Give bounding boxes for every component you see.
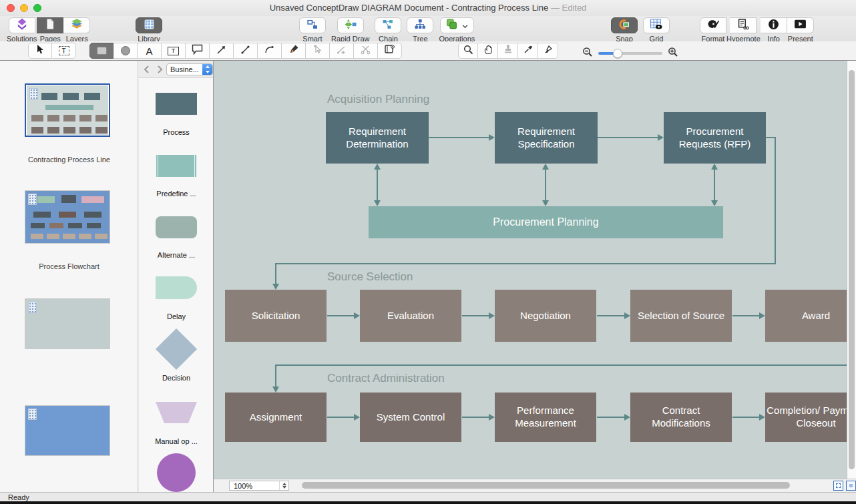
hypernote-button[interactable]: Hypernote <box>726 17 761 43</box>
operations-button[interactable]: Operations <box>439 17 475 43</box>
pen-icon <box>288 44 299 57</box>
flow-box-evaluation[interactable]: Evaluation <box>360 290 461 342</box>
library-shape-alternate-process[interactable] <box>156 216 197 238</box>
page-thumbnail-process-flowchart[interactable] <box>25 190 110 244</box>
pages-button[interactable]: Pages <box>37 17 63 43</box>
line-tool[interactable] <box>234 43 258 59</box>
flow-box-award[interactable]: Award <box>765 290 847 342</box>
horizontal-scrollbar-strip: 100% <box>214 479 856 492</box>
library-shape-delay[interactable] <box>156 276 197 299</box>
connector[interactable] <box>732 417 760 418</box>
pan-tool[interactable] <box>478 43 498 59</box>
connector[interactable] <box>429 137 489 138</box>
flow-box-requirement-determination[interactable]: Requirement Determination <box>326 112 429 164</box>
library-shape-process[interactable] <box>156 93 197 115</box>
drawing-canvas[interactable]: Acquisition Planning Source Selection Co… <box>214 61 847 479</box>
chain-button[interactable]: Chain <box>375 17 401 43</box>
window-bottom-edge <box>0 501 856 504</box>
curve-tool[interactable] <box>258 43 282 59</box>
page-thumbnail-3[interactable] <box>25 298 110 349</box>
arrow-tool[interactable] <box>210 43 234 59</box>
flow-box-performance-measurement[interactable]: Performance Measurement <box>495 393 596 442</box>
connector[interactable] <box>462 417 489 418</box>
rectangle-tool[interactable] <box>89 43 114 59</box>
ellipse-tool[interactable] <box>114 43 138 59</box>
callout-tool[interactable] <box>186 43 210 59</box>
connector-loop[interactable] <box>275 364 847 366</box>
library-prev-button[interactable] <box>142 64 152 75</box>
flow-box-contract-modifications[interactable]: Contract Modifications <box>630 393 732 442</box>
text-select-tool[interactable]: T <box>52 43 76 59</box>
library-shape-label: Manual op ... <box>139 437 214 445</box>
canvas-zoom-select[interactable]: 100% <box>229 481 289 491</box>
flow-box-negotiation[interactable]: Negotiation <box>495 290 596 342</box>
flow-box-procurement-requests-rfp[interactable]: Procurement Requests (RFP) <box>664 112 766 164</box>
flow-box-requirement-specification[interactable]: Requirement Specification <box>495 112 598 164</box>
zoom-slider-knob[interactable] <box>613 49 622 58</box>
pages-icon <box>45 18 55 33</box>
connector-loop[interactable] <box>275 263 776 264</box>
fit-page-button[interactable] <box>846 481 856 491</box>
library-header: Busine... <box>139 61 213 78</box>
format-button[interactable]: Format <box>700 17 726 43</box>
format-brush-tool[interactable] <box>538 43 558 59</box>
connector[interactable] <box>327 315 355 316</box>
grid-button[interactable]: Grid <box>643 17 670 43</box>
callout-icon <box>192 44 203 57</box>
connector[interactable] <box>597 315 625 316</box>
horizontal-scrollbar-thumb[interactable] <box>302 482 790 489</box>
flow-box-selection-of-source[interactable]: Selection of Source <box>630 290 732 342</box>
text-block-tool[interactable]: T <box>162 43 186 59</box>
node-edit-tool[interactable] <box>306 43 330 59</box>
flow-box-assignment[interactable]: Assignment <box>225 393 327 442</box>
connector-double-arrow[interactable] <box>377 168 378 202</box>
connector[interactable] <box>598 137 658 138</box>
zoom-out-icon[interactable] <box>582 47 593 60</box>
connector[interactable] <box>732 315 760 316</box>
present-button[interactable]: Present <box>787 17 814 43</box>
flow-box-completion-payment-closeout[interactable]: Completion/ Payment/ Closeout <box>765 393 847 442</box>
connector-double-arrow[interactable] <box>714 168 715 202</box>
flow-box-system-control[interactable]: System Control <box>360 393 461 442</box>
flow-bar-procurement-planning[interactable]: Procurement Planning <box>369 206 723 238</box>
library-shape-predefined-process[interactable] <box>156 155 197 177</box>
vertical-scrollbar[interactable] <box>847 61 856 479</box>
eyedropper-tool[interactable] <box>518 43 538 59</box>
zoom-tool[interactable] <box>458 43 478 59</box>
library-category-select[interactable]: Busine... <box>166 63 213 75</box>
select-tool[interactable] <box>28 43 52 59</box>
text-tool[interactable]: A <box>138 43 162 59</box>
info-button[interactable]: Info <box>761 17 787 43</box>
shape-data-tool[interactable] <box>378 43 402 59</box>
snap-button[interactable]: Snap <box>611 17 638 43</box>
library-shape-manual-operation[interactable] <box>156 402 197 423</box>
library-shape-connector-circle[interactable] <box>157 453 196 492</box>
solutions-button[interactable]: Solutions <box>7 17 37 43</box>
scissors-icon <box>361 45 371 57</box>
connector[interactable] <box>597 417 625 418</box>
zoom-in-icon[interactable] <box>668 47 678 60</box>
page-thumbnail-4[interactable] <box>25 405 110 456</box>
flow-box-solicitation[interactable]: Solicitation <box>225 290 327 342</box>
smart-button[interactable]: Smart <box>299 17 326 43</box>
page-thumbnail-contracting-process-line[interactable] <box>25 83 110 137</box>
connector-loop[interactable] <box>275 263 276 284</box>
connector-loop[interactable] <box>275 364 276 387</box>
pen-tool[interactable] <box>282 43 306 59</box>
connector-double-arrow[interactable] <box>545 168 546 202</box>
library-button[interactable]: Library <box>136 17 162 43</box>
vertical-scrollbar-thumb[interactable] <box>849 70 855 469</box>
add-anchor-tool[interactable] <box>330 43 354 59</box>
connector-loop[interactable] <box>775 137 776 264</box>
library-shape-decision[interactable] <box>156 328 197 370</box>
zoom-slider-track[interactable] <box>598 52 662 55</box>
tree-button[interactable]: Tree <box>407 17 433 43</box>
connector[interactable] <box>462 315 489 316</box>
connector[interactable] <box>327 417 355 418</box>
rapid-draw-button[interactable]: Rapid Draw <box>331 17 369 43</box>
stamp-tool[interactable] <box>498 43 518 59</box>
pan-navigator-button[interactable] <box>833 481 843 491</box>
layers-button[interactable]: Layers <box>63 17 90 43</box>
library-next-button[interactable] <box>155 64 164 75</box>
cut-anchor-tool[interactable] <box>354 43 378 59</box>
